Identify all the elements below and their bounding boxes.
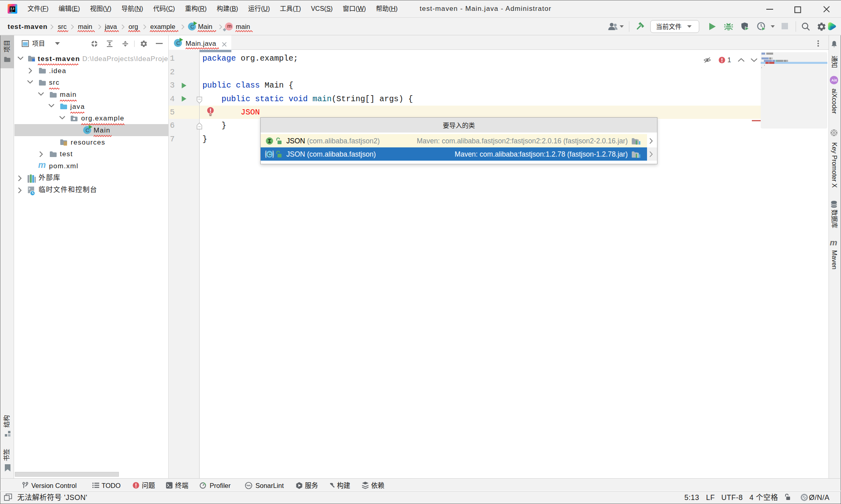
svg-text:C: C bbox=[267, 151, 271, 157]
